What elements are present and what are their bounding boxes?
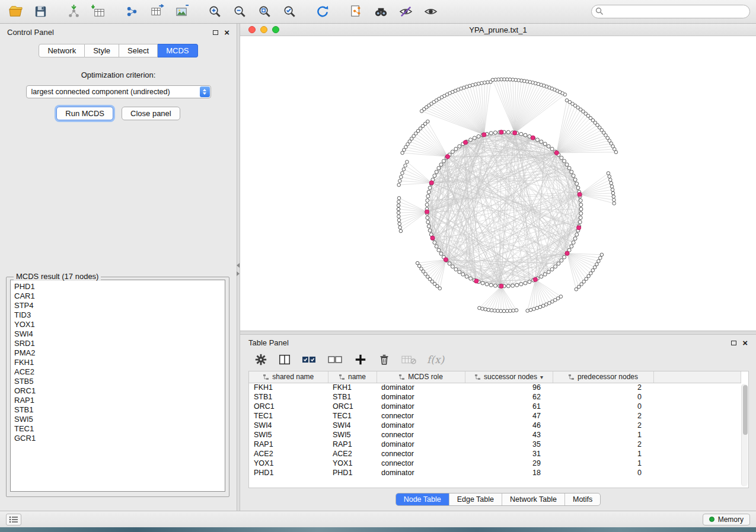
list-icon — [9, 516, 18, 523]
table-tabs: Node Table Edge Table Network Table Moti… — [395, 493, 601, 506]
tab-network-table[interactable]: Network Table — [502, 493, 565, 505]
col-header-successor-nodes[interactable]: successor nodes▾ — [465, 371, 553, 383]
mcds-node-item[interactable]: STB1 — [14, 405, 225, 415]
vertical-splitter[interactable] — [237, 24, 240, 511]
mcds-node-item[interactable]: GCR1 — [14, 434, 225, 443]
col-header-predecessor-nodes[interactable]: predecessor nodes — [553, 371, 653, 383]
export-network-button[interactable] — [122, 3, 141, 21]
col-header-name[interactable]: name — [328, 371, 377, 383]
node-table: shared name name MCDS role successor nod… — [249, 371, 741, 477]
mcds-node-item[interactable]: CAR1 — [14, 291, 225, 301]
tab-motifs[interactable]: Motifs — [565, 493, 600, 505]
import-table-icon — [91, 4, 106, 19]
memory-status-icon — [709, 517, 714, 522]
collapse-left-icon[interactable] — [237, 263, 240, 268]
find-button[interactable] — [371, 3, 390, 21]
select-all-icon[interactable] — [302, 353, 317, 366]
mcds-node-item[interactable]: SRD1 — [14, 339, 225, 348]
collapse-right-icon[interactable] — [237, 271, 240, 276]
table-row[interactable]: FKH1FKH1dominator962 — [249, 383, 741, 392]
import-table-button[interactable] — [89, 3, 108, 21]
mcds-node-item[interactable]: SWI5 — [14, 415, 225, 424]
tab-style[interactable]: Style — [85, 44, 119, 57]
delete-column-icon[interactable] — [378, 353, 391, 366]
export-table-button[interactable] — [147, 3, 166, 21]
mcds-node-item[interactable]: PMA2 — [14, 348, 225, 358]
mcds-node-item[interactable]: YOX1 — [14, 320, 225, 329]
criterion-value: largest connected component (undirected) — [31, 88, 170, 96]
table-panel: Table Panel × f(x) — [240, 335, 756, 511]
col-header-mcds-role[interactable]: MCDS role — [377, 371, 465, 383]
close-panel-button[interactable]: Close panel — [122, 107, 180, 120]
task-history-button[interactable] — [6, 514, 21, 525]
zoom-selected-button[interactable] — [280, 3, 299, 21]
node-table-body: FKH1FKH1dominator962STB1STB1dominator620… — [249, 383, 741, 477]
table-scrollbar[interactable] — [741, 384, 748, 486]
show-all-button[interactable] — [421, 3, 440, 21]
network-titlebar[interactable]: YPA_prune.txt_1 — [240, 24, 756, 36]
table-row[interactable]: TEC1TEC1connector472 — [249, 411, 741, 421]
show-columns-icon[interactable] — [278, 353, 291, 366]
mcds-node-item[interactable]: ACE2 — [14, 367, 225, 377]
network-canvas[interactable] — [240, 36, 756, 331]
mcds-node-item[interactable]: STP4 — [14, 301, 225, 310]
node-table-container: shared name name MCDS role successor nod… — [248, 371, 749, 488]
table-row[interactable]: SWI4SWI4dominator462 — [249, 421, 741, 430]
status-bar: Memory — [0, 511, 756, 527]
network-graph[interactable] — [240, 36, 756, 331]
tab-select[interactable]: Select — [119, 44, 158, 57]
tab-edge-table[interactable]: Edge Table — [449, 493, 502, 505]
col-header-shared-name[interactable]: shared name — [249, 371, 328, 383]
mcds-result-list[interactable]: PHD1CAR1STP4TID3YOX1SWI4SRD1PMA2FKH1ACE2… — [10, 280, 225, 492]
mcds-node-item[interactable]: SWI4 — [14, 329, 225, 339]
mcds-node-item[interactable]: RAP1 — [14, 396, 225, 405]
folder-open-icon — [8, 4, 23, 19]
open-file-button[interactable] — [6, 3, 25, 21]
float-panel-icon[interactable] — [213, 30, 218, 35]
scrollbar-thumb[interactable] — [743, 385, 748, 435]
import-network-button[interactable] — [64, 3, 83, 21]
toolbar-search — [591, 5, 750, 18]
save-button[interactable] — [31, 3, 50, 21]
table-row[interactable]: YOX1YOX1connector291 — [249, 459, 741, 468]
add-column-icon[interactable] — [354, 353, 367, 366]
close-panel-icon[interactable]: × — [224, 30, 229, 36]
sort-descending-icon: ▾ — [540, 374, 543, 380]
export-image-button[interactable] — [172, 3, 191, 21]
tab-node-table[interactable]: Node Table — [396, 493, 449, 505]
table-row[interactable]: RAP1RAP1dominator352 — [249, 440, 741, 449]
zoom-out-button[interactable] — [230, 3, 249, 21]
save-icon — [33, 4, 48, 19]
deselect-all-icon[interactable] — [328, 353, 343, 366]
mcds-node-item[interactable]: PHD1 — [14, 282, 225, 291]
mcds-node-item[interactable]: TEC1 — [14, 424, 225, 434]
mcds-node-item[interactable]: TID3 — [14, 310, 225, 320]
memory-button[interactable]: Memory — [703, 514, 750, 525]
search-input[interactable] — [591, 5, 750, 18]
table-header-row: shared name name MCDS role successor nod… — [249, 371, 741, 383]
float-table-panel-icon[interactable] — [731, 341, 736, 345]
table-panel-title: Table Panel — [248, 338, 289, 347]
col-header-filler — [653, 371, 741, 383]
apply-layout-button[interactable] — [313, 3, 332, 21]
table-row[interactable]: PHD1PHD1dominator180 — [249, 468, 741, 477]
zoom-fit-button[interactable] — [255, 3, 274, 21]
mcds-node-item[interactable]: ORC1 — [14, 386, 225, 396]
zoom-selected-icon — [282, 4, 297, 19]
zoom-in-button[interactable] — [205, 3, 224, 21]
delete-table-disabled-icon — [401, 354, 416, 366]
table-row[interactable]: STB1STB1dominator620 — [249, 392, 741, 402]
tab-mcds[interactable]: MCDS — [158, 44, 197, 57]
mcds-node-item[interactable]: STB5 — [14, 377, 225, 386]
table-row[interactable]: ACE2ACE2connector311 — [249, 449, 741, 459]
mcds-node-item[interactable]: FKH1 — [14, 358, 225, 367]
table-row[interactable]: SWI5SWI5connector431 — [249, 430, 741, 440]
copy-style-button[interactable] — [346, 3, 365, 21]
table-row[interactable]: ORC1ORC1dominator610 — [249, 402, 741, 411]
close-table-panel-icon[interactable]: × — [742, 340, 748, 346]
run-mcds-button[interactable]: Run MCDS — [56, 107, 113, 120]
gear-icon[interactable] — [254, 353, 267, 366]
tab-network[interactable]: Network — [39, 44, 85, 57]
hide-selected-button[interactable] — [396, 3, 415, 21]
criterion-dropdown[interactable]: largest connected component (undirected) — [26, 85, 211, 98]
